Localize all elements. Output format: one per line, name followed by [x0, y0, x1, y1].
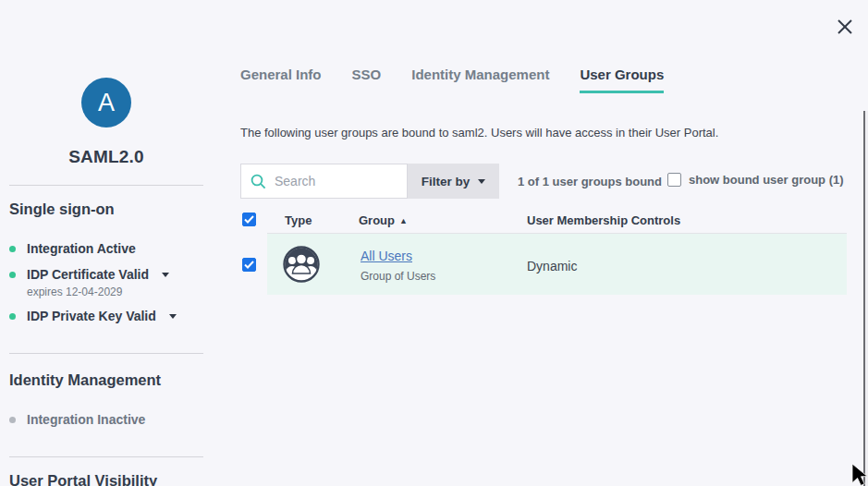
mouse-cursor-icon — [851, 463, 868, 486]
group-of-users-icon — [283, 246, 320, 283]
tab-description: The following user groups are bound to s… — [240, 126, 718, 140]
membership-controls-value: Dynamic — [527, 259, 577, 273]
certificate-expiry-note: expires 12-04-2029 — [27, 286, 122, 298]
status-label: Integration Active — [27, 241, 136, 256]
tab-sso[interactable]: SSO — [352, 67, 382, 93]
sidebar-divider — [9, 456, 203, 457]
status-item-integration-active: Integration Active — [9, 241, 136, 256]
tab-user-groups[interactable]: User Groups — [580, 67, 664, 93]
scrollbar-thumb[interactable] — [863, 111, 865, 486]
tab-identity-management[interactable]: Identity Management — [411, 67, 549, 93]
status-item-idp-private-key: IDP Private Key Valid — [9, 309, 177, 323]
status-label: IDP Certificate Valid — [27, 267, 149, 282]
avatar-letter: A — [98, 89, 115, 117]
show-bound-toggle[interactable]: show bound user group (1) — [667, 173, 844, 187]
status-label: IDP Private Key Valid — [27, 309, 156, 323]
group-type-subtext: Group of Users — [361, 270, 435, 283]
integration-detail-modal: A SAML2.0 Single sign-on Integration Act… — [0, 0, 868, 486]
column-header-user-membership-controls: User Membership Controls — [527, 213, 680, 227]
row-checkbox[interactable] — [242, 258, 256, 272]
chevron-down-icon[interactable] — [169, 314, 177, 319]
tab-general-info[interactable]: General Info — [240, 67, 322, 93]
section-heading-user-portal-visibility: User Portal Visibility — [9, 472, 157, 486]
search-input[interactable] — [275, 174, 397, 188]
close-icon — [836, 18, 854, 36]
search-box — [240, 164, 408, 199]
column-header-group[interactable]: Group▲ — [359, 213, 408, 227]
status-dot-icon — [9, 417, 16, 423]
close-button[interactable] — [831, 13, 859, 41]
group-name-link[interactable]: All Users — [361, 249, 412, 263]
filter-by-button[interactable]: Filter by — [408, 164, 499, 199]
status-item-idp-certificate: IDP Certificate Valid — [9, 267, 169, 282]
status-dot-icon — [9, 313, 16, 320]
show-bound-label: show bound user group (1) — [689, 173, 844, 187]
column-header-type: Type — [285, 213, 312, 227]
status-item-integration-inactive: Integration Inactive — [9, 412, 145, 427]
status-label: Integration Inactive — [27, 412, 145, 427]
sort-ascending-icon: ▲ — [399, 216, 408, 225]
select-all-checkbox[interactable] — [242, 213, 256, 226]
status-dot-icon — [9, 246, 16, 252]
column-header-group-label: Group — [359, 213, 395, 227]
bound-count-text: 1 of 1 user groups bound — [518, 175, 662, 188]
tab-bar: General Info SSO Identity Management Use… — [240, 67, 664, 93]
section-heading-identity-management: Identity Management — [9, 371, 161, 389]
sidebar-divider — [9, 353, 203, 354]
page-title: SAML2.0 — [0, 147, 213, 167]
chevron-down-icon[interactable] — [162, 273, 169, 277]
avatar: A — [81, 78, 131, 128]
chevron-down-icon — [478, 179, 485, 184]
search-icon — [251, 174, 266, 189]
status-dot-icon — [9, 272, 16, 278]
section-heading-sso: Single sign-on — [9, 200, 115, 218]
sidebar-divider — [9, 185, 203, 186]
filter-by-label: Filter by — [422, 175, 471, 188]
show-bound-checkbox[interactable] — [667, 173, 681, 187]
